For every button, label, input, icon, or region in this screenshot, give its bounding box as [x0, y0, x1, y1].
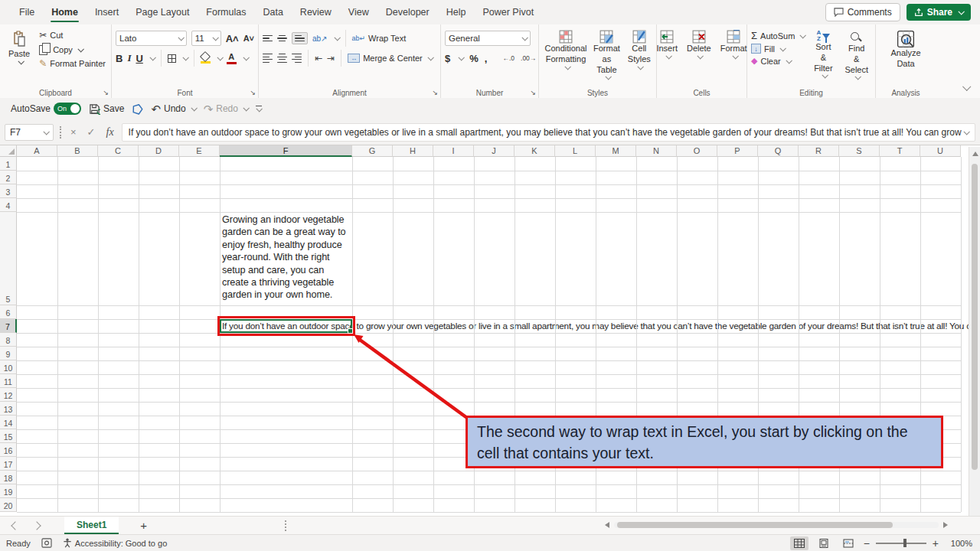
column-header-R[interactable]: R [799, 145, 839, 157]
middle-align-button[interactable] [277, 35, 287, 42]
sort-filter-button[interactable]: AZ Sort & Filter [809, 28, 837, 81]
autosave-toggle[interactable]: AutoSave On [11, 103, 81, 115]
column-header-B[interactable]: B [57, 145, 98, 157]
row-header-12[interactable]: 12 [0, 388, 17, 402]
column-header-K[interactable]: K [514, 145, 555, 157]
font-name-combo[interactable]: Lato [116, 31, 187, 46]
copy-button[interactable]: Copy [39, 44, 106, 55]
zoom-out-button[interactable]: − [864, 538, 870, 549]
percent-button[interactable]: % [469, 53, 479, 64]
zoom-in-button[interactable]: + [933, 538, 939, 549]
next-sheet-button[interactable] [32, 521, 41, 530]
tab-insert[interactable]: Insert [87, 0, 127, 24]
column-header-D[interactable]: D [139, 145, 179, 157]
conditional-formatting-button[interactable]: Conditional Formatting [543, 28, 589, 81]
sync-button[interactable] [132, 103, 143, 115]
format-painter-button[interactable]: ✎Format Painter [39, 58, 106, 69]
column-header-S[interactable]: S [839, 145, 880, 157]
underline-button[interactable]: U [136, 53, 142, 64]
align-right-button[interactable] [292, 54, 302, 63]
tab-data[interactable]: Data [254, 0, 291, 24]
merge-center-button[interactable]: ↔Merge & Center [348, 54, 433, 63]
row-header-17[interactable]: 17 [0, 457, 17, 471]
align-left-button[interactable] [263, 54, 273, 63]
column-header-G[interactable]: G [352, 145, 393, 157]
top-align-button[interactable] [263, 35, 273, 42]
autosave-switch[interactable]: On [54, 103, 81, 115]
row-header-20[interactable]: 20 [0, 498, 17, 512]
increase-indent-button[interactable]: ⇥ [327, 53, 335, 64]
column-header-M[interactable]: M [596, 145, 636, 157]
cell-styles-button[interactable]: Cell Styles [625, 28, 654, 81]
column-header-P[interactable]: P [717, 145, 758, 157]
row-header-16[interactable]: 16 [0, 443, 17, 457]
column-header-H[interactable]: H [393, 145, 433, 157]
shrink-font-button[interactable]: A˅ [243, 34, 254, 43]
customize-qat-button[interactable] [256, 106, 262, 112]
font-color-button[interactable]: A [227, 53, 237, 64]
tab-review[interactable]: Review [292, 0, 340, 24]
analyze-data-button[interactable]: Analyze Data [880, 28, 932, 71]
tab-view[interactable]: View [340, 0, 377, 24]
tab-power-pivot[interactable]: Power Pivot [474, 0, 542, 24]
column-header-F[interactable]: F [220, 145, 352, 157]
column-header-Q[interactable]: Q [758, 145, 799, 157]
column-header-L[interactable]: L [555, 145, 596, 157]
center-button[interactable] [277, 54, 287, 63]
horizontal-scrollbar[interactable] [603, 520, 949, 530]
column-header-O[interactable]: O [677, 145, 717, 157]
row-header-18[interactable]: 18 [0, 471, 17, 484]
decrease-decimal-button[interactable]: .00→ [521, 54, 536, 62]
column-header-I[interactable]: I [433, 145, 474, 157]
column-header-C[interactable]: C [98, 145, 139, 157]
column-header-T[interactable]: T [880, 145, 920, 157]
select-all-corner[interactable] [0, 145, 17, 157]
currency-button[interactable]: $ [445, 53, 450, 64]
new-sheet-button[interactable]: + [140, 519, 147, 532]
scroll-right-arrow[interactable] [943, 522, 948, 528]
column-header-U[interactable]: U [920, 145, 961, 157]
zoom-slider-thumb[interactable] [903, 539, 906, 547]
autosum-button[interactable]: ΣAutoSum [751, 30, 805, 41]
row-header-5[interactable]: 5 [0, 212, 17, 305]
horizontal-scroll-thumb[interactable] [617, 522, 893, 528]
row-header-14[interactable]: 14 [0, 416, 17, 429]
row-header-3[interactable]: 3 [0, 184, 17, 198]
normal-view-button[interactable] [790, 536, 808, 550]
wrap-text-button[interactable]: ab↵Wrap Text [352, 34, 407, 43]
page-layout-view-button[interactable] [815, 536, 833, 550]
cell-F5-text[interactable]: Growing an indoor vegetable garden can b… [222, 214, 352, 302]
insert-button[interactable]: Insert [653, 28, 681, 60]
accessibility-status[interactable]: Accessibility: Good to go [63, 538, 167, 548]
tab-home[interactable]: Home [43, 0, 87, 24]
macro-record-icon[interactable] [41, 538, 52, 548]
row-header-1[interactable]: 1 [0, 157, 17, 171]
row-header-4[interactable]: 4 [0, 198, 17, 212]
tab-formulas[interactable]: Formulas [198, 0, 254, 24]
collapse-ribbon-button[interactable] [961, 80, 969, 93]
name-box[interactable]: F7 [5, 124, 54, 141]
sheet-tab-sheet1[interactable]: Sheet1 [64, 517, 119, 534]
row-header-6[interactable]: 6 [0, 305, 17, 319]
tab-page-layout[interactable]: Page Layout [127, 0, 198, 24]
previous-sheet-button[interactable] [11, 521, 19, 530]
clear-button[interactable]: ◆Clear [751, 56, 805, 66]
redo-button[interactable]: ↷ Redo [204, 103, 248, 115]
row-header-7[interactable]: 7 [0, 319, 17, 333]
row-header-10[interactable]: 10 [0, 360, 17, 374]
comments-button[interactable]: Comments [825, 3, 900, 21]
column-header-E[interactable]: E [179, 145, 220, 157]
number-dialog-launcher[interactable]: ↘ [530, 90, 536, 96]
grow-font-button[interactable]: A˄ [226, 33, 239, 44]
column-header-N[interactable]: N [636, 145, 677, 157]
sheet-bar-splitter[interactable] [285, 520, 286, 531]
tab-file[interactable]: File [11, 0, 43, 24]
clipboard-dialog-launcher[interactable]: ↘ [103, 90, 109, 96]
number-format-combo[interactable]: General [445, 31, 531, 46]
orientation-button[interactable]: ab↗ [312, 34, 328, 43]
row-header-15[interactable]: 15 [0, 429, 17, 443]
name-box-splitter[interactable] [60, 126, 61, 139]
page-break-preview-button[interactable] [839, 536, 858, 550]
bottom-align-button[interactable] [292, 32, 308, 45]
italic-button[interactable]: I [127, 52, 131, 64]
